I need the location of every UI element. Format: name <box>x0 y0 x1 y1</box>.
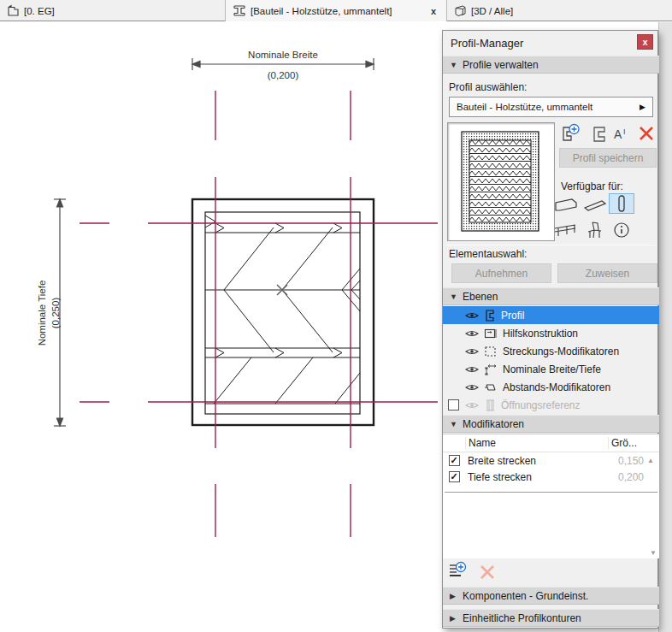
panel-titlebar[interactable]: Profil-Manager x <box>443 31 657 55</box>
modifier-table-header: Name Grö... <box>443 434 659 452</box>
wood-hatch-lines <box>205 216 360 404</box>
chevron-down-icon: ▼ <box>450 61 457 69</box>
depth-dim-label: Nominale Tiefe <box>37 281 47 346</box>
section-label: Ebenen <box>463 291 498 303</box>
section-label: Komponenten - Grundeinst. <box>463 590 588 602</box>
layer-label: Nominale Breite/Tiefe <box>503 363 601 375</box>
rename-profile-icon[interactable]: A I <box>612 124 633 145</box>
profile-core-outline[interactable] <box>205 212 360 414</box>
stretch-modifier-icon <box>484 346 498 357</box>
beam-icon[interactable] <box>582 195 608 216</box>
profil-manager-panel: Profil-Manager x ▼ Profile verwalten Pro… <box>442 30 658 629</box>
railing-icon[interactable] <box>553 220 579 240</box>
tab-floor-plan[interactable]: [0. EG] <box>0 0 225 21</box>
offset-modifier-icon <box>484 381 498 393</box>
column-name[interactable]: Name <box>465 437 608 449</box>
tab-profile-editor[interactable]: [Bauteil - Holzstütze, ummantelt] x <box>225 0 447 21</box>
layer-checkbox[interactable] <box>448 399 459 411</box>
chevron-right-icon: ▶ <box>640 103 645 111</box>
profile-dropdown-value: Bauteil - Holzstütze, ummantelt <box>457 102 592 112</box>
modifier-checkbox[interactable] <box>449 471 460 482</box>
table-separator <box>445 492 657 493</box>
wall-icon[interactable] <box>553 195 579 216</box>
width-dim-value: (0,200) <box>268 70 299 80</box>
modifier-name: Tiefe strecken <box>465 471 608 483</box>
section-label: Modifikatoren <box>463 418 524 430</box>
eye-icon[interactable] <box>465 347 479 356</box>
section-label: Profile verwalten <box>463 59 539 71</box>
profile-preview <box>447 122 555 241</box>
nominal-size-icon <box>484 363 498 376</box>
canvas-right-strip <box>658 22 672 632</box>
profile-outline[interactable] <box>192 199 374 425</box>
eye-icon[interactable] <box>465 401 479 410</box>
scroll-up-icon[interactable]: ▲ <box>647 457 659 464</box>
chevron-right-icon: ▶ <box>450 614 457 623</box>
layer-label: Hilfskonstruktion <box>503 328 578 340</box>
eye-icon[interactable] <box>465 329 479 338</box>
layer-row-abstands-modifikatoren[interactable]: Abstands-Modifikatoren <box>443 378 659 396</box>
layer-label: Streckungs-Modifikatoren <box>503 346 619 357</box>
save-profile-button[interactable]: Profil speichern <box>559 148 657 168</box>
depth-dim-value: (0,250) <box>50 298 61 329</box>
tab-3d-view[interactable]: [3D / Alle] <box>447 0 550 21</box>
panel-title: Profil-Manager <box>451 37 523 50</box>
modifier-checkbox[interactable] <box>449 455 460 466</box>
layer-row-hilfskonstruktion[interactable]: Hilfskonstruktion <box>443 324 659 342</box>
svg-text:I: I <box>623 127 626 136</box>
delete-modifier-icon[interactable] <box>477 562 498 582</box>
layer-label: Profil <box>501 310 524 322</box>
profile-section-icon <box>233 4 246 17</box>
section-einheitliche-profilkonturen[interactable]: ▶ Einheitliche Profilkonturen <box>443 609 659 627</box>
delete-profile-icon[interactable] <box>636 123 657 144</box>
modifier-row-tiefe[interactable]: Tiefe strecken 0,200 <box>443 469 659 485</box>
tab-label: [Bauteil - Holzstütze, ummantelt] <box>251 6 392 16</box>
depth-dimension: Nominale Tiefe (0,250) <box>37 199 66 426</box>
select-profile-label: Profil auswählen: <box>449 81 527 93</box>
assign-button[interactable]: Zuweisen <box>557 263 657 283</box>
layer-row-nominale-breite-tiefe[interactable]: Nominale Breite/Tiefe <box>443 360 659 378</box>
tab-bar: [0. EG] [Bauteil - Holzstütze, ummantelt… <box>0 0 672 21</box>
modifier-row-breite[interactable]: Breite strecken 0,150 ▲ <box>443 452 659 469</box>
column-size[interactable]: Grö... <box>608 437 647 449</box>
tab-label: [3D / Alle] <box>471 6 513 16</box>
floor-plan-icon <box>7 4 20 17</box>
panel-close-button[interactable]: x <box>637 34 653 50</box>
modifier-value: 0,150 <box>608 455 647 467</box>
eye-icon[interactable] <box>465 311 479 320</box>
chevron-right-icon: ▶ <box>450 592 457 600</box>
info-icon[interactable] <box>609 220 634 240</box>
layer-row-oeffnungsreferenz[interactable]: Öffnungsreferenz <box>443 396 659 414</box>
3d-view-icon <box>454 4 467 17</box>
layer-row-profil[interactable]: Profil <box>443 306 659 324</box>
opening-reference-icon <box>484 399 496 412</box>
section-profile-verwalten[interactable]: ▼ Profile verwalten <box>443 56 659 74</box>
new-profile-icon[interactable] <box>560 123 581 144</box>
column-icon[interactable] <box>609 193 634 214</box>
modifier-value: 0,200 <box>608 471 647 483</box>
scroll-down-icon[interactable]: ▼ <box>650 549 657 557</box>
profile-layer-icon <box>484 309 496 322</box>
width-dimension: Nominale Breite (0,200) <box>192 50 374 80</box>
layer-label: Abstands-Modifikatoren <box>503 381 610 393</box>
width-dim-label: Nominale Breite <box>248 50 318 60</box>
section-komponenten[interactable]: ▶ Komponenten - Grundeinst. <box>443 587 659 605</box>
pickup-button[interactable]: Aufnehmen <box>451 263 551 283</box>
add-modifier-icon[interactable] <box>448 561 469 582</box>
duplicate-profile-icon[interactable] <box>590 124 610 145</box>
eye-icon[interactable] <box>465 365 479 374</box>
layer-row-streckungs-modifikatoren[interactable]: Streckungs-Modifikatoren <box>443 342 659 360</box>
profile-dropdown[interactable]: Bauteil - Holzstütze, ummantelt ▶ <box>449 97 653 117</box>
construction-grid-icon <box>484 328 498 340</box>
svg-text:A: A <box>614 127 622 141</box>
chevron-down-icon: ▼ <box>450 420 457 428</box>
element-selection-label: Elementauswahl: <box>449 248 527 260</box>
tab-close-icon[interactable]: x <box>427 6 439 16</box>
eye-icon[interactable] <box>465 383 479 392</box>
section-modifikatoren[interactable]: ▼ Modifikatoren <box>443 415 659 433</box>
section-ebenen[interactable]: ▼ Ebenen <box>443 287 659 305</box>
modifier-table: Name Grö... Breite strecken 0,150 ▲ Tief… <box>443 434 659 558</box>
chair-icon[interactable] <box>583 220 609 240</box>
modifier-name: Breite strecken <box>465 455 608 467</box>
divider <box>446 245 656 245</box>
